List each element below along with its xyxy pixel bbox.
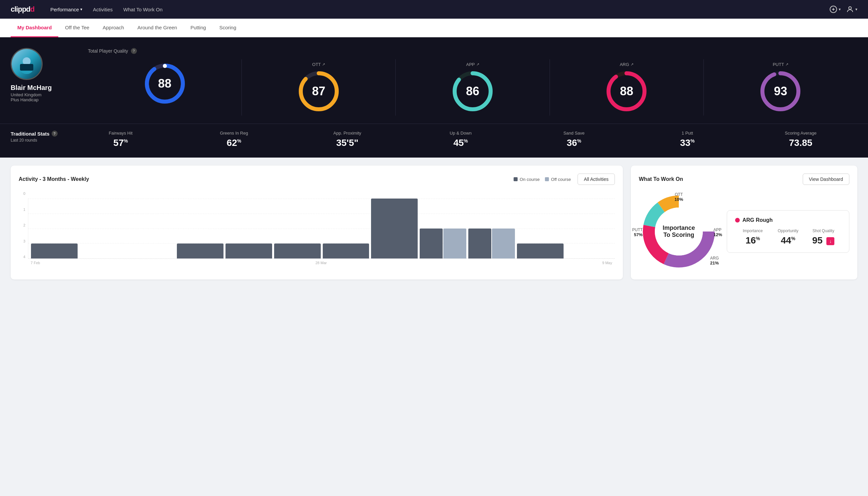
stat-greens-in-reg: Greens In Reg 62% [177,130,290,148]
y-label-1: 1 [19,207,25,212]
bar-group-7 [371,199,418,259]
info-card-metrics: Importance 16% Opportunity 44% Shot Qual… [735,229,841,246]
stat-name-updown: Up & Down [404,130,517,136]
view-dashboard-button[interactable]: View Dashboard [803,173,849,185]
tab-around-the-green[interactable]: Around the Green [130,19,184,37]
on-course-bar-10 [517,244,564,259]
tab-scoring[interactable]: Scoring [212,19,243,37]
player-handicap: Plus Handicap [11,97,38,102]
user-dropdown-icon: ▾ [855,7,857,12]
stat-scoring-avg: Scoring Average 73.85 [744,130,857,148]
stat-value-1putt: 33% [631,138,744,148]
legend-on-course: On course [514,177,540,182]
user-account-button[interactable]: ▾ [846,5,857,13]
hero-section: Blair McHarg United Kingdom Plus Handica… [0,37,868,124]
stat-name-greens: Greens In Reg [177,130,290,136]
tab-my-dashboard[interactable]: My Dashboard [11,19,58,37]
stats-period: Last 20 rounds [11,138,64,143]
main-content: Activity - 3 Months - Weekly On course O… [0,158,868,288]
wtwo-title: What To Work On [639,176,683,182]
svg-point-18 [625,71,629,75]
info-card-title: ARG Rough [742,217,773,223]
putt-score: 93 [774,84,787,98]
stat-app-proximity: App. Proximity 35'5" [291,130,404,148]
stats-title: Traditional Stats ? [11,130,64,137]
on-course-bar-6 [323,244,369,259]
player-name: Blair McHarg [11,84,52,92]
metric-importance: Importance 16% [735,229,770,246]
stats-label-block: Traditional Stats ? Last 20 rounds [11,130,64,143]
nav-what-to-work-on[interactable]: What To Work On [123,4,162,15]
tab-off-the-tee[interactable]: Off the Tee [58,19,96,37]
stat-fairways-hit: Fairways Hit 57% [64,130,177,148]
tabs-bar: My Dashboard Off the Tee Approach Around… [0,19,868,37]
add-button[interactable]: ▾ [830,5,841,13]
stat-value-greens: 62% [177,138,290,148]
bar-group-10 [517,199,564,259]
activity-bar-chart: 4 3 2 1 0 [19,191,615,265]
app-logo: clippdd [11,5,34,14]
metric-opportunity: Opportunity 44% [770,229,806,246]
stat-sand-save: Sand Save 36% [517,130,631,148]
scores-section: Total Player Quality ? 88 [88,48,857,115]
score-card-ott: OTT ↗ 87 [242,59,396,115]
bar-group-4 [225,199,272,259]
wtwo-header: What To Work On View Dashboard [639,173,849,185]
metric-shot-quality-label: Shot Quality [806,229,841,233]
wtwo-content: Importance To Scoring OTT 10% APP 12% AR… [639,191,849,272]
top-nav: clippdd Performance ▾ Activities What To… [0,0,868,19]
putt-label: PUTT ↗ [773,62,788,67]
tpq-help-icon[interactable]: ? [131,48,137,54]
arg-score: 88 [620,84,633,98]
metric-opportunity-label: Opportunity [770,229,806,233]
info-card-dot [735,218,740,222]
stat-name-1putt: 1 Putt [631,130,744,136]
bars-row [28,199,615,259]
stat-name-scoring: Scoring Average [744,130,857,136]
off-course-bar-8 [443,229,466,259]
activity-card: Activity - 3 Months - Weekly On course O… [11,166,623,279]
nav-right: ▾ ▾ [830,5,857,13]
overall-score: 88 [158,77,172,91]
x-label-mar: 28 Mar [315,261,327,265]
x-label-may: 9 May [602,261,612,265]
on-course-bar-4 [225,244,272,259]
tab-approach[interactable]: Approach [96,19,130,37]
on-course-bar-9 [468,229,491,259]
stat-up-and-down: Up & Down 45% [404,130,517,148]
donut-center-text: Importance To Scoring [662,224,695,238]
bar-group-3 [177,199,223,259]
stat-value-sand: 36% [517,138,631,148]
bar-group-1 [80,199,126,259]
stat-value-scoring: 73.85 [744,138,857,148]
nav-performance[interactable]: Performance ▾ [50,4,82,15]
activity-legend: On course Off course [514,177,571,182]
chart-grid: 4 3 2 1 0 [19,191,615,259]
ott-score: 87 [312,84,326,98]
overall-ring: 88 [143,62,187,105]
stat-1-putt: 1 Putt 33% [631,130,744,148]
putt-arrow-icon: ↗ [785,62,788,67]
stats-help-icon[interactable]: ? [52,130,58,137]
stats-items: Fairways Hit 57% Greens In Reg 62% App. … [64,130,857,148]
tab-putting[interactable]: Putting [184,19,213,37]
shot-quality-badge: ↓ [826,237,834,245]
all-activities-button[interactable]: All Activities [578,173,615,185]
nav-activities[interactable]: Activities [93,4,113,15]
svg-point-9 [163,64,167,68]
bars-area [28,199,615,259]
svg-rect-6 [20,64,33,71]
on-course-dot [514,177,518,181]
donut-label-arg: ARG 21% [710,256,719,265]
donut-label-putt: PUTT 57% [632,228,643,237]
donut-label-app: APP 12% [713,228,722,237]
player-profile: Blair McHarg United Kingdom Plus Handica… [11,48,77,102]
stat-value-updown: 45% [404,138,517,148]
stat-name-sand: Sand Save [517,130,631,136]
activity-card-header: Activity - 3 Months - Weekly On course O… [19,173,615,185]
svg-point-15 [471,71,475,75]
metric-importance-label: Importance [735,229,770,233]
score-card-app: APP ↗ 86 [396,59,550,115]
arg-label: ARG ↗ [620,62,633,67]
ott-arrow-icon: ↗ [322,62,325,67]
